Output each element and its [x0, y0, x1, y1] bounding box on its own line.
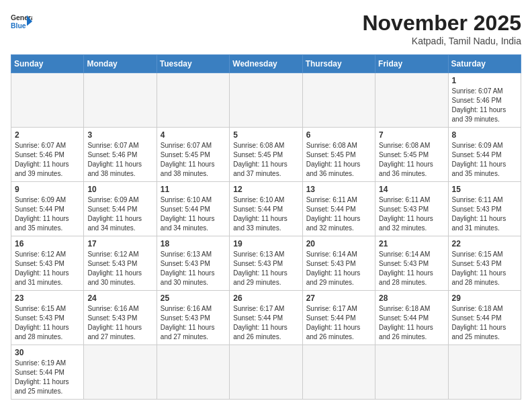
calendar-day-cell: 28Sunrise: 6:18 AM Sunset: 5:44 PM Dayli… [375, 291, 448, 345]
calendar-day-cell: 27Sunrise: 6:17 AM Sunset: 5:44 PM Dayli… [302, 291, 375, 345]
weekday-header-wednesday: Wednesday [230, 55, 302, 73]
calendar-day-cell [84, 73, 157, 128]
calendar-week-row: 16Sunrise: 6:12 AM Sunset: 5:43 PM Dayli… [11, 236, 521, 291]
day-number: 11 [161, 185, 226, 194]
calendar-week-row: 9Sunrise: 6:09 AM Sunset: 5:44 PM Daylig… [11, 182, 521, 236]
day-info: Sunrise: 6:09 AM Sunset: 5:44 PM Dayligh… [452, 141, 517, 179]
calendar-day-cell [375, 73, 448, 128]
calendar-day-cell: 17Sunrise: 6:12 AM Sunset: 5:43 PM Dayli… [84, 236, 157, 291]
calendar-day-cell: 19Sunrise: 6:13 AM Sunset: 5:43 PM Dayli… [230, 236, 302, 291]
calendar-day-cell: 22Sunrise: 6:15 AM Sunset: 5:43 PM Dayli… [448, 236, 521, 291]
calendar-day-cell: 5Sunrise: 6:08 AM Sunset: 5:45 PM Daylig… [230, 128, 302, 182]
calendar-day-cell [84, 345, 157, 400]
day-info: Sunrise: 6:13 AM Sunset: 5:43 PM Dayligh… [161, 250, 226, 287]
day-number: 8 [452, 130, 517, 140]
day-info: Sunrise: 6:16 AM Sunset: 5:43 PM Dayligh… [87, 304, 152, 342]
calendar-day-cell: 15Sunrise: 6:11 AM Sunset: 5:43 PM Dayli… [448, 182, 521, 236]
day-number: 1 [452, 76, 517, 85]
day-info: Sunrise: 6:17 AM Sunset: 5:44 PM Dayligh… [233, 304, 298, 342]
day-number: 27 [306, 293, 371, 303]
calendar-day-cell: 26Sunrise: 6:17 AM Sunset: 5:44 PM Dayli… [230, 291, 302, 345]
day-info: Sunrise: 6:19 AM Sunset: 5:44 PM Dayligh… [15, 359, 80, 396]
calendar-week-row: 23Sunrise: 6:15 AM Sunset: 5:43 PM Dayli… [11, 291, 521, 345]
calendar-day-cell [230, 345, 302, 400]
calendar-day-cell: 9Sunrise: 6:09 AM Sunset: 5:44 PM Daylig… [11, 182, 84, 236]
day-info: Sunrise: 6:12 AM Sunset: 5:43 PM Dayligh… [87, 250, 152, 287]
calendar-day-cell [11, 73, 84, 128]
calendar-day-cell: 13Sunrise: 6:11 AM Sunset: 5:44 PM Dayli… [302, 182, 375, 236]
day-info: Sunrise: 6:11 AM Sunset: 5:43 PM Dayligh… [452, 195, 517, 233]
weekday-header-tuesday: Tuesday [157, 55, 229, 73]
day-number: 13 [306, 185, 371, 194]
day-number: 21 [379, 239, 444, 248]
day-info: Sunrise: 6:18 AM Sunset: 5:44 PM Dayligh… [379, 304, 444, 342]
calendar-day-cell [157, 345, 229, 400]
day-number: 22 [452, 239, 517, 248]
calendar-day-cell: 25Sunrise: 6:16 AM Sunset: 5:43 PM Dayli… [157, 291, 229, 345]
day-info: Sunrise: 6:16 AM Sunset: 5:43 PM Dayligh… [161, 304, 226, 342]
calendar-day-cell: 20Sunrise: 6:14 AM Sunset: 5:43 PM Dayli… [302, 236, 375, 291]
day-info: Sunrise: 6:15 AM Sunset: 5:43 PM Dayligh… [15, 304, 80, 342]
calendar-day-cell [230, 73, 302, 128]
calendar-day-cell [302, 73, 375, 128]
day-info: Sunrise: 6:13 AM Sunset: 5:43 PM Dayligh… [233, 250, 298, 287]
calendar-day-cell: 18Sunrise: 6:13 AM Sunset: 5:43 PM Dayli… [157, 236, 229, 291]
weekday-header-thursday: Thursday [302, 55, 375, 73]
calendar-week-row: 2Sunrise: 6:07 AM Sunset: 5:46 PM Daylig… [11, 128, 521, 182]
day-number: 15 [452, 185, 517, 194]
calendar-day-cell [375, 345, 448, 400]
calendar-day-cell: 14Sunrise: 6:11 AM Sunset: 5:43 PM Dayli… [375, 182, 448, 236]
calendar-day-cell: 1Sunrise: 6:07 AM Sunset: 5:46 PM Daylig… [448, 73, 521, 128]
day-info: Sunrise: 6:14 AM Sunset: 5:43 PM Dayligh… [306, 250, 371, 287]
day-info: Sunrise: 6:15 AM Sunset: 5:43 PM Dayligh… [452, 250, 517, 287]
day-number: 12 [233, 185, 298, 194]
day-number: 29 [452, 293, 517, 303]
logo-icon: General Blue [11, 11, 32, 32]
day-number: 24 [87, 293, 152, 303]
day-number: 30 [15, 348, 80, 357]
day-info: Sunrise: 6:18 AM Sunset: 5:44 PM Dayligh… [452, 304, 517, 342]
day-info: Sunrise: 6:17 AM Sunset: 5:44 PM Dayligh… [306, 304, 371, 342]
day-info: Sunrise: 6:10 AM Sunset: 5:44 PM Dayligh… [233, 195, 298, 233]
day-number: 9 [15, 185, 80, 194]
month-title: November 2025 [362, 11, 521, 36]
calendar-day-cell: 16Sunrise: 6:12 AM Sunset: 5:43 PM Dayli… [11, 236, 84, 291]
calendar-day-cell: 8Sunrise: 6:09 AM Sunset: 5:44 PM Daylig… [448, 128, 521, 182]
title-block: November 2025 Katpadi, Tamil Nadu, India [362, 11, 521, 46]
day-number: 4 [161, 130, 226, 140]
day-number: 16 [15, 239, 80, 248]
weekday-header-saturday: Saturday [448, 55, 521, 73]
day-number: 25 [161, 293, 226, 303]
svg-text:Blue: Blue [11, 22, 26, 30]
calendar-table: SundayMondayTuesdayWednesdayThursdayFrid… [11, 54, 521, 400]
location: Katpadi, Tamil Nadu, India [362, 36, 521, 46]
day-info: Sunrise: 6:07 AM Sunset: 5:46 PM Dayligh… [452, 87, 517, 124]
day-number: 19 [233, 239, 298, 248]
day-number: 6 [306, 130, 371, 140]
day-info: Sunrise: 6:08 AM Sunset: 5:45 PM Dayligh… [233, 141, 298, 179]
calendar-day-cell: 24Sunrise: 6:16 AM Sunset: 5:43 PM Dayli… [84, 291, 157, 345]
calendar-week-row: 30Sunrise: 6:19 AM Sunset: 5:44 PM Dayli… [11, 345, 521, 400]
calendar-day-cell: 7Sunrise: 6:08 AM Sunset: 5:45 PM Daylig… [375, 128, 448, 182]
day-number: 2 [15, 130, 80, 140]
calendar-day-cell: 6Sunrise: 6:08 AM Sunset: 5:45 PM Daylig… [302, 128, 375, 182]
calendar-day-cell: 2Sunrise: 6:07 AM Sunset: 5:46 PM Daylig… [11, 128, 84, 182]
weekday-header-row: SundayMondayTuesdayWednesdayThursdayFrid… [11, 55, 521, 73]
day-info: Sunrise: 6:08 AM Sunset: 5:45 PM Dayligh… [379, 141, 444, 179]
day-info: Sunrise: 6:10 AM Sunset: 5:44 PM Dayligh… [161, 195, 226, 233]
day-number: 14 [379, 185, 444, 194]
day-number: 7 [379, 130, 444, 140]
calendar-day-cell: 3Sunrise: 6:07 AM Sunset: 5:46 PM Daylig… [84, 128, 157, 182]
weekday-header-friday: Friday [375, 55, 448, 73]
day-info: Sunrise: 6:14 AM Sunset: 5:43 PM Dayligh… [379, 250, 444, 287]
calendar-day-cell: 29Sunrise: 6:18 AM Sunset: 5:44 PM Dayli… [448, 291, 521, 345]
day-number: 17 [87, 239, 152, 248]
weekday-header-monday: Monday [84, 55, 157, 73]
calendar-day-cell: 12Sunrise: 6:10 AM Sunset: 5:44 PM Dayli… [230, 182, 302, 236]
day-number: 20 [306, 239, 371, 248]
calendar-day-cell: 10Sunrise: 6:09 AM Sunset: 5:44 PM Dayli… [84, 182, 157, 236]
day-number: 28 [379, 293, 444, 303]
page-header: General Blue November 2025 Katpadi, Tami… [11, 11, 521, 46]
calendar-day-cell: 11Sunrise: 6:10 AM Sunset: 5:44 PM Dayli… [157, 182, 229, 236]
day-info: Sunrise: 6:11 AM Sunset: 5:44 PM Dayligh… [306, 195, 371, 233]
